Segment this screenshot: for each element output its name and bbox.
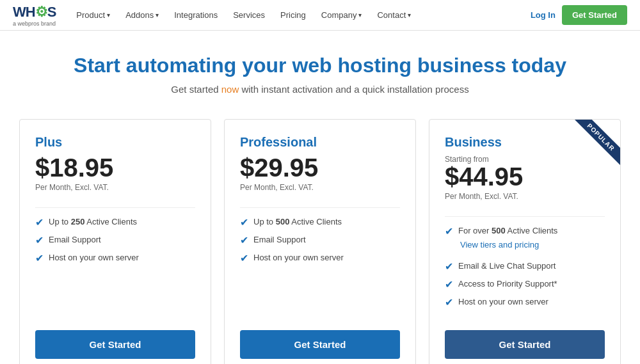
card-plus-price: $18.95 [35,155,195,180]
card-professional-price: $29.95 [240,155,400,180]
nav-item-company[interactable]: Company ▾ [314,0,370,31]
card-business: POPULAR Business Starting from $44.95 Pe… [429,119,621,364]
feature-item: ✔ For over 500 Active Clients [445,226,605,237]
card-plus-features: ✔ Up to 250 Active Clients ✔ Email Suppo… [35,217,195,315]
nav-auth: Log In Get Started [531,5,627,25]
card-business-cta-button[interactable]: Get Started [445,330,605,359]
feature-item: ✔ Host on your own server [35,253,195,264]
card-plus: Plus $18.95 Per Month, Excl. VAT. ✔ Up t… [19,119,211,364]
pricing-section: Plus $18.95 Per Month, Excl. VAT. ✔ Up t… [0,113,640,364]
feature-item: ✔ Up to 500 Active Clients [240,217,400,228]
feature-item: ✔ Access to Priority Support* [445,279,605,290]
check-icon: ✔ [445,225,453,237]
nav-item-contact[interactable]: Contact ▾ [369,0,419,31]
chevron-down-icon: ▾ [156,12,159,19]
logo-subtext: a webpros brand [13,20,56,27]
nav-get-started-button[interactable]: Get Started [562,5,627,25]
nav-item-integrations[interactable]: Integrations [166,0,225,31]
feature-item: ✔ Email Support [240,235,400,246]
check-icon: ✔ [445,278,453,290]
navbar: WH⚙S a webpros brand Product ▾ Addons ▾ … [0,0,640,31]
hero-title: Start automating your web hosting busine… [13,54,627,77]
logo-gear-icon: ⚙ [35,4,47,20]
feature-item: View tiers and pricing [445,244,605,255]
feature-item: ✔ Email & Live Chat Support [445,261,605,273]
login-button[interactable]: Log In [531,10,556,20]
feature-item: ✔ Host on your own server [240,253,400,264]
check-icon: ✔ [240,216,248,228]
nav-item-addons[interactable]: Addons ▾ [118,0,166,31]
hero-section: Start automating your web hosting busine… [0,31,640,113]
card-business-period: Per Month, Excl. VAT. [445,192,605,201]
popular-ribbon: POPULAR [569,120,620,171]
hero-subtitle: Get started now with instant activation … [13,84,627,95]
feature-item: ✔ Host on your own server [445,297,605,308]
card-plus-cta-button[interactable]: Get Started [35,330,195,359]
check-icon: ✔ [240,252,248,264]
chevron-down-icon: ▾ [107,12,110,19]
check-icon: ✔ [35,216,44,228]
card-plus-period: Per Month, Excl. VAT. [35,183,195,192]
check-icon: ✔ [445,260,453,273]
card-plus-title: Plus [35,135,195,150]
nav-item-product[interactable]: Product ▾ [68,0,118,31]
card-business-features: ✔ For over 500 Active Clients View tiers… [445,226,605,315]
card-professional-cta-button[interactable]: Get Started [240,330,400,359]
check-icon: ✔ [35,252,44,264]
card-professional-period: Per Month, Excl. VAT. [240,183,400,192]
view-tiers-link[interactable]: View tiers and pricing [460,240,539,249]
check-icon: ✔ [240,234,248,246]
chevron-down-icon: ▾ [408,12,411,19]
nav-item-services[interactable]: Services [225,0,273,31]
card-professional: Professional $29.95 Per Month, Excl. VAT… [224,119,416,364]
feature-item: ✔ Up to 250 Active Clients [35,217,195,228]
check-icon: ✔ [35,234,44,246]
logo[interactable]: WH⚙S a webpros brand [13,4,56,27]
check-icon: ✔ [445,296,453,308]
card-professional-features: ✔ Up to 500 Active Clients ✔ Email Suppo… [240,217,400,315]
chevron-down-icon: ▾ [358,12,362,19]
nav-links: Product ▾ Addons ▾ Integrations Services… [68,0,531,31]
nav-item-pricing[interactable]: Pricing [273,0,314,31]
feature-item: ✔ Email Support [35,235,195,246]
card-professional-title: Professional [240,135,400,150]
